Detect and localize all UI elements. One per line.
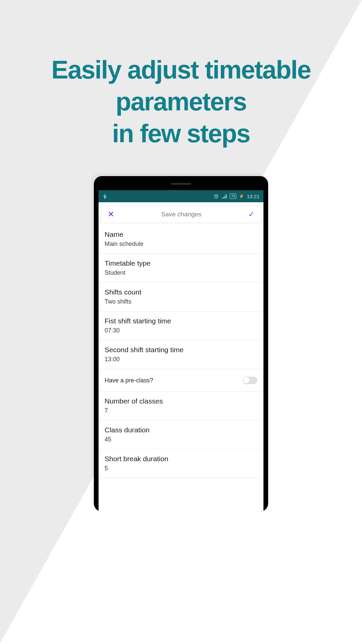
setting-short-break-duration[interactable]: Short break duration 5 (99, 449, 263, 478)
check-icon[interactable]: ✓ (248, 210, 254, 219)
save-bar-container: ✕ Save changes ✓ (99, 202, 263, 225)
save-bar: ✕ Save changes ✓ (101, 206, 261, 223)
setting-value: 5 (105, 465, 257, 472)
setting-value: 07:30 (105, 327, 257, 334)
setting-label: Have a pre-class? (105, 377, 153, 384)
setting-label: Name (105, 230, 257, 238)
setting-first-shift-time[interactable]: Fist shift starting time 07:30 (99, 312, 263, 340)
setting-label: Number of classes (105, 397, 257, 405)
headline-line-2: in few steps (112, 119, 250, 148)
usb-icon (103, 194, 107, 199)
settings-list: Name Main schedule Timetable type Studen… (99, 225, 263, 512)
setting-label: Second shift starting time (105, 346, 257, 354)
save-bar-title: Save changes (114, 211, 248, 218)
setting-pre-class[interactable]: Have a pre-class? (99, 369, 263, 392)
setting-name[interactable]: Name Main schedule (99, 225, 263, 254)
pre-class-toggle[interactable] (243, 377, 257, 384)
setting-label: Fist shift starting time (105, 317, 257, 325)
charging-icon: ⚡ (239, 194, 244, 199)
signal-icon (222, 194, 227, 199)
phone-frame: 79 ⚡ 13:21 ✕ Save changes ✓ Name Main sc… (94, 176, 268, 512)
alarm-icon (214, 194, 219, 199)
setting-second-shift-time[interactable]: Second shift starting time 13:00 (99, 340, 263, 369)
close-icon[interactable]: ✕ (108, 210, 114, 219)
setting-value: 7 (105, 407, 257, 414)
setting-label: Class duration (105, 426, 257, 434)
setting-value: 45 (105, 436, 257, 443)
status-time: 13:21 (247, 194, 259, 199)
setting-timetable-type[interactable]: Timetable type Student (99, 254, 263, 283)
headline: Easily adjust timetable parameters in fe… (0, 54, 362, 149)
headline-line-1: Easily adjust timetable parameters (51, 55, 310, 116)
battery-indicator: 79 (230, 194, 236, 199)
setting-label: Timetable type (105, 259, 257, 267)
setting-label: Short break duration (105, 455, 257, 463)
setting-label: Shifts count (105, 288, 257, 296)
setting-value: Student (105, 269, 257, 276)
status-bar: 79 ⚡ 13:21 (99, 190, 263, 202)
setting-value: Main schedule (105, 240, 257, 248)
setting-shifts-count[interactable]: Shifts count Two shifts (99, 283, 263, 312)
setting-value: Two shifts (105, 298, 257, 305)
phone-screen: 79 ⚡ 13:21 ✕ Save changes ✓ Name Main sc… (99, 190, 263, 512)
battery-percent: 79 (231, 194, 235, 199)
setting-class-duration[interactable]: Class duration 45 (99, 421, 263, 449)
setting-value: 13:00 (105, 356, 257, 363)
setting-number-of-classes[interactable]: Number of classes 7 (99, 392, 263, 421)
